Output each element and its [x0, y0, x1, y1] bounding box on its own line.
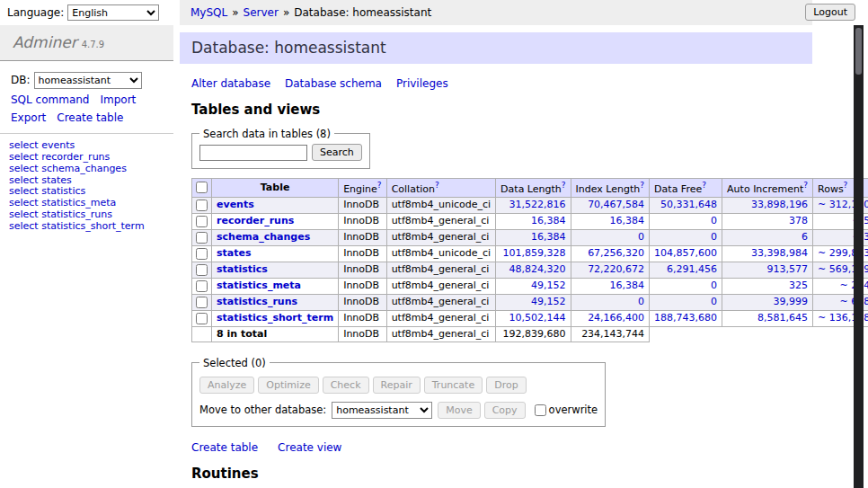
help-link[interactable]: ?	[562, 181, 566, 190]
row-checkbox[interactable]	[196, 264, 208, 276]
row-checkbox[interactable]	[196, 280, 208, 292]
index-length-link[interactable]: 0	[638, 296, 644, 307]
index-length-link[interactable]: 0	[638, 231, 644, 243]
alter-database-link[interactable]: Alter database	[191, 77, 270, 90]
index-length-link[interactable]: 70,467,584	[588, 199, 644, 210]
auto-increment-link[interactable]: 378	[789, 215, 808, 226]
cell-collation: utf8mb4_general_ci	[386, 229, 495, 245]
move-db-select[interactable]: homeassistant	[332, 402, 432, 419]
sidebar-item-select-recorder-runs[interactable]: select recorder_runs	[9, 152, 173, 164]
help-link[interactable]: ?	[803, 181, 808, 190]
index-length-link[interactable]: 72,220,672	[588, 263, 644, 275]
data-length-link[interactable]: 10,502,144	[509, 312, 566, 324]
sidebar-item-select-statistics-runs[interactable]: select statistics_runs	[9, 209, 173, 221]
index-length-link[interactable]: 16,384	[610, 279, 645, 291]
move-button[interactable]: Move	[438, 402, 481, 419]
auto-increment-link[interactable]: 6	[802, 231, 808, 243]
help-link[interactable]: ?	[844, 181, 848, 190]
sidebar-import-link[interactable]: Import	[100, 93, 136, 106]
data-free-link[interactable]: 0	[711, 296, 717, 307]
table-name-link[interactable]: statistics	[217, 263, 268, 275]
cell-engine: InnoDB	[339, 278, 386, 294]
table-name-link[interactable]: events	[217, 199, 254, 210]
app-header: Adminer4.7.9	[0, 25, 173, 61]
data-free-link[interactable]: 6,291,456	[667, 263, 717, 275]
help-link[interactable]: ?	[435, 181, 439, 190]
data-length-link[interactable]: 49,152	[531, 296, 566, 307]
check-button[interactable]: Check	[323, 377, 369, 394]
auto-increment-link[interactable]: 913,577	[767, 263, 809, 275]
logout-button[interactable]: Logout	[805, 4, 855, 21]
table-name-link[interactable]: statistics_meta	[217, 279, 301, 291]
total-data-length: 192,839,680	[496, 326, 571, 342]
data-free-link[interactable]: 0	[711, 215, 717, 226]
help-link[interactable]: ?	[640, 181, 644, 190]
data-length-link[interactable]: 16,384	[531, 215, 566, 226]
data-free-link[interactable]: 0	[711, 279, 717, 291]
auto-increment-link[interactable]: 8,581,645	[757, 312, 808, 324]
database-schema-link[interactable]: Database schema	[285, 77, 382, 90]
table-name-link[interactable]: statistics_runs	[217, 296, 297, 307]
data-length-link[interactable]: 101,859,328	[503, 247, 566, 259]
select-all-checkbox[interactable]	[196, 182, 208, 193]
scrollbar-thumb[interactable]	[855, 28, 862, 75]
table-name-link[interactable]: statistics_short_term	[217, 312, 333, 324]
row-checkbox[interactable]	[196, 248, 208, 260]
data-length-link[interactable]: 48,824,320	[509, 263, 566, 275]
tables-overview-table: Table Engine? Collation? Data Length? In…	[191, 178, 868, 342]
data-length-link[interactable]: 49,152	[531, 279, 566, 291]
row-checkbox[interactable]	[196, 216, 208, 227]
sidebar-links-row-1: SQL commandImport	[11, 93, 173, 107]
row-checkbox[interactable]	[196, 313, 208, 324]
row-checkbox[interactable]	[196, 297, 208, 308]
sidebar-export-link[interactable]: Export	[11, 111, 46, 124]
create-table-link[interactable]: Create table	[191, 441, 258, 454]
data-free-link[interactable]: 50,331,648	[660, 199, 717, 210]
sidebar-sql-command-link[interactable]: SQL command	[11, 93, 89, 106]
row-checkbox[interactable]	[196, 232, 208, 244]
data-length-link[interactable]: 31,522,816	[509, 199, 566, 210]
data-free-link[interactable]: 188,743,680	[654, 312, 717, 324]
breadcrumb-mysql-link[interactable]: MySQL	[190, 6, 227, 19]
table-name-link[interactable]: schema_changes	[217, 231, 310, 243]
auto-increment-link[interactable]: 325	[789, 279, 808, 291]
sidebar-item-select-schema-changes[interactable]: select schema_changes	[9, 164, 173, 175]
copy-button[interactable]: Copy	[484, 402, 526, 419]
auto-increment-link[interactable]: 33,898,196	[751, 199, 808, 210]
sidebar-item-select-statistics-short-term[interactable]: select statistics_short_term	[9, 221, 173, 233]
analyze-button[interactable]: Analyze	[199, 377, 254, 394]
help-link[interactable]: ?	[702, 181, 706, 190]
move-row: Move to other database: homeassistant Mo…	[199, 402, 598, 419]
tables-and-views-heading: Tables and views	[191, 102, 812, 119]
search-button[interactable]: Search	[312, 144, 362, 161]
sidebar-create-table-link[interactable]: Create table	[57, 111, 123, 124]
repair-button[interactable]: Repair	[373, 377, 421, 394]
table-row-events: events InnoDB utf8mb4_unicode_ci 31,522,…	[192, 197, 868, 213]
create-view-link[interactable]: Create view	[278, 441, 341, 454]
table-name-link[interactable]: states	[217, 247, 252, 259]
auto-increment-link[interactable]: 39,999	[774, 296, 809, 307]
index-length-link[interactable]: 24,166,400	[588, 312, 644, 324]
truncate-button[interactable]: Truncate	[424, 377, 483, 394]
drop-button[interactable]: Drop	[486, 377, 526, 394]
index-length-link[interactable]: 67,256,320	[588, 247, 644, 259]
data-length-link[interactable]: 16,384	[531, 231, 566, 243]
db-select[interactable]: homeassistant	[34, 72, 142, 89]
table-row-recorder-runs: recorder_runs InnoDB utf8mb4_general_ci …	[192, 213, 868, 229]
header-checkbox-cell	[192, 179, 212, 197]
table-name-link[interactable]: recorder_runs	[217, 215, 294, 226]
page-scrollbar[interactable]	[854, 25, 864, 488]
privileges-link[interactable]: Privileges	[396, 77, 448, 90]
auto-increment-link[interactable]: 33,398,984	[751, 247, 808, 259]
optimize-button[interactable]: Optimize	[258, 377, 318, 394]
overwrite-checkbox[interactable]	[535, 404, 546, 416]
app-logo[interactable]: Adminer	[13, 33, 77, 51]
data-free-link[interactable]: 104,857,600	[654, 247, 717, 259]
breadcrumb-server-link[interactable]: Server	[244, 6, 279, 19]
help-link[interactable]: ?	[377, 181, 382, 190]
data-free-link[interactable]: 0	[711, 231, 717, 243]
search-input[interactable]	[199, 145, 307, 161]
index-length-link[interactable]: 16,384	[610, 215, 645, 226]
row-checkbox[interactable]	[196, 200, 208, 211]
language-select[interactable]: English	[67, 4, 159, 21]
